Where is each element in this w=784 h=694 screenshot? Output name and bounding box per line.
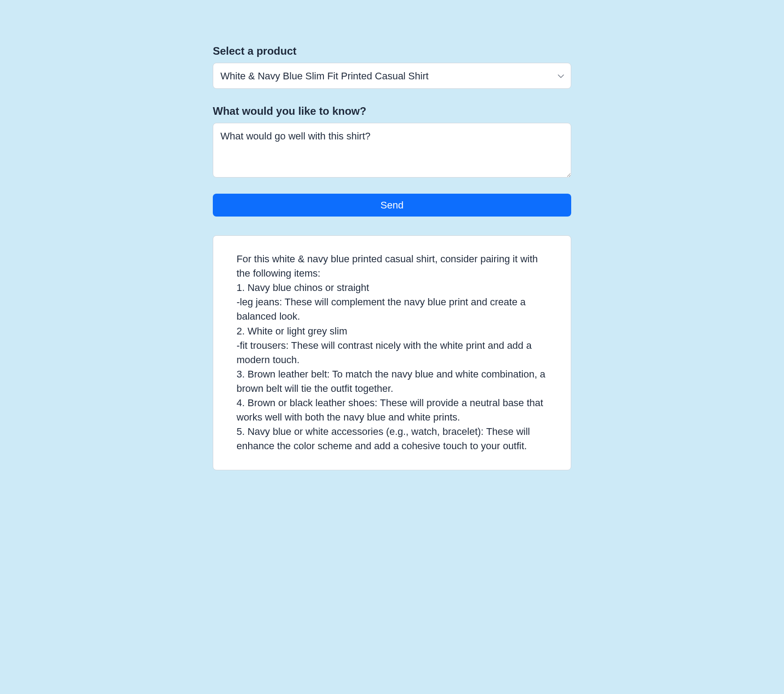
question-label: What would you like to know? [213,105,571,117]
question-input[interactable] [213,123,571,178]
response-card: For this white & navy blue printed casua… [213,235,571,470]
response-text: For this white & navy blue printed casua… [237,252,547,454]
product-select-wrapper: White & Navy Blue Slim Fit Printed Casua… [213,63,571,89]
send-button[interactable]: Send [213,194,571,217]
product-select[interactable]: White & Navy Blue Slim Fit Printed Casua… [213,63,571,89]
product-select-label: Select a product [213,45,571,57]
